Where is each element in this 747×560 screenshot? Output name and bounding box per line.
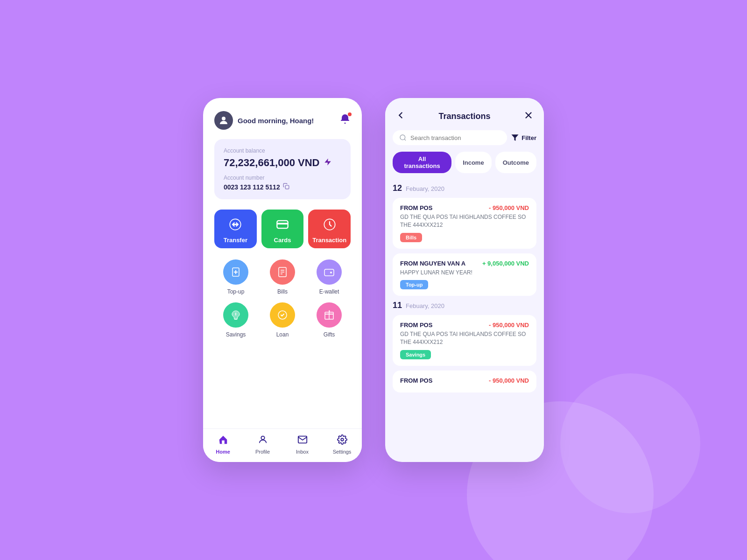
tx-desc: GD THE QUA POS TAI HIGHLANDS COFFEE SO T… — [400, 330, 529, 346]
services-grid: Top-up Bills E-wallet — [214, 259, 351, 338]
search-bar: Filter — [393, 130, 536, 145]
nav-settings[interactable]: Settings — [322, 434, 362, 455]
transaction-label: Transaction — [312, 237, 346, 244]
transfer-button[interactable]: Transfer — [214, 210, 257, 248]
service-loan[interactable]: Loan — [261, 302, 304, 338]
tx-from: FROM POS — [400, 377, 432, 384]
cards-label: Cards — [274, 237, 291, 244]
tx-title: Transactions — [438, 112, 490, 121]
service-gifts[interactable]: Gifts — [308, 302, 351, 338]
transaction-button[interactable]: Transaction — [308, 210, 351, 248]
tab-all[interactable]: All transactions — [393, 152, 451, 173]
service-topup[interactable]: Top-up — [214, 259, 257, 295]
copy-icon[interactable] — [283, 183, 289, 191]
svg-rect-14 — [324, 269, 334, 276]
svg-point-22 — [261, 436, 264, 440]
transaction-item[interactable]: FROM POS - 950,000 VND GD THE QUA POS TA… — [393, 315, 536, 366]
transaction-icon — [321, 216, 338, 233]
bell-icon — [339, 115, 351, 127]
tx-tag: Bills — [400, 233, 422, 242]
filter-label: Filter — [521, 134, 536, 141]
ewallet-icon — [317, 259, 342, 285]
tx-month: Febuary, 2020 — [406, 302, 444, 309]
tx-amount: - 950,000 VND — [489, 322, 529, 329]
transaction-item[interactable]: FROM NGUYEN VAN A + 9,050,000 VND HAPPY … — [393, 253, 536, 296]
profile-icon — [258, 434, 268, 447]
tx-from: FROM POS — [400, 322, 432, 329]
balance-amount: 72,232,661,000 VND — [224, 157, 341, 169]
nav-inbox-label: Inbox — [296, 449, 309, 455]
cards-icon — [274, 216, 291, 233]
tx-desc: GD THE QUA POS TAI HIGHLANDS COFFEE SO T… — [400, 213, 529, 229]
search-input[interactable] — [410, 134, 500, 141]
svg-marker-1 — [324, 158, 331, 165]
transaction-item-partial[interactable]: FROM POS - 950,000 VND — [393, 371, 536, 392]
tab-income[interactable]: Income — [455, 152, 492, 173]
greeting-text: Good morning, Hoang! — [238, 117, 314, 125]
search-input-wrap[interactable] — [393, 130, 507, 145]
settings-icon — [337, 434, 347, 447]
transaction-item[interactable]: FROM POS - 950,000 VND GD THE QUA POS TA… — [393, 198, 536, 249]
filter-icon — [511, 133, 519, 142]
action-buttons: Transfer Cards Transaction — [214, 210, 351, 248]
balance-label: Account balance — [224, 147, 341, 154]
topup-label: Top-up — [227, 288, 245, 295]
service-savings[interactable]: Savings — [214, 302, 257, 338]
service-ewallet[interactable]: E-wallet — [308, 259, 351, 295]
screens-container: Good morning, Hoang! Account balance 72,… — [203, 98, 544, 462]
account-number: 0023 123 112 5112 — [224, 183, 341, 191]
phone-left: Good morning, Hoang! Account balance 72,… — [203, 98, 362, 462]
date-header-11: 11 Febuary, 2020 — [393, 301, 536, 310]
notification-bell[interactable] — [339, 113, 351, 127]
filter-tabs: All transactions Income Outcome — [385, 152, 544, 181]
search-icon — [399, 134, 407, 141]
svg-point-26 — [400, 135, 405, 140]
tx-tag: Top-up — [400, 280, 428, 289]
tx-day: 11 — [393, 301, 402, 310]
notification-dot — [348, 112, 352, 116]
app-header: Good morning, Hoang! — [214, 111, 351, 130]
svg-point-23 — [341, 438, 344, 441]
nav-home-label: Home — [216, 449, 230, 455]
home-icon — [218, 434, 228, 447]
tx-amount: - 950,000 VND — [489, 204, 529, 211]
tx-day: 12 — [393, 183, 402, 193]
svg-point-15 — [330, 272, 332, 273]
svg-marker-28 — [512, 134, 519, 141]
savings-icon — [223, 302, 248, 328]
gifts-label: Gifts — [324, 331, 335, 338]
savings-label: Savings — [226, 331, 246, 338]
avatar — [214, 111, 233, 130]
cards-button[interactable]: Cards — [261, 210, 304, 248]
bottom-nav: Home Profile Inbox Settings — [203, 428, 362, 462]
ewallet-label: E-wallet — [319, 288, 339, 295]
flash-icon — [324, 158, 332, 168]
tx-from: FROM POS — [400, 204, 432, 211]
nav-inbox[interactable]: Inbox — [282, 434, 322, 455]
topup-icon — [223, 259, 248, 285]
tx-list: 12 Febuary, 2020 FROM POS - 950,000 VND … — [385, 181, 544, 462]
nav-settings-label: Settings — [333, 449, 352, 455]
account-label: Account number — [224, 175, 341, 181]
nav-home[interactable]: Home — [203, 434, 243, 455]
tx-desc: HAPPY LUNAR NEW YEAR! — [400, 269, 529, 277]
filter-button[interactable]: Filter — [511, 133, 536, 142]
inbox-icon — [297, 434, 308, 447]
phone-right: Transactions Filter All transactions Inc… — [385, 98, 544, 462]
transfer-icon — [227, 216, 244, 233]
bills-icon — [270, 259, 295, 285]
tx-header: Transactions — [385, 98, 544, 130]
service-bills[interactable]: Bills — [261, 259, 304, 295]
transfer-label: Transfer — [224, 237, 247, 244]
date-header-12: 12 Febuary, 2020 — [393, 183, 536, 193]
gifts-icon — [317, 302, 342, 328]
back-button[interactable] — [395, 110, 406, 123]
tx-from: FROM NGUYEN VAN A — [400, 260, 465, 267]
close-button[interactable] — [523, 110, 534, 123]
nav-profile-label: Profile — [255, 449, 270, 455]
nav-profile[interactable]: Profile — [243, 434, 282, 455]
loan-icon — [270, 302, 295, 328]
tab-outcome[interactable]: Outcome — [495, 152, 536, 173]
svg-rect-5 — [277, 223, 288, 225]
balance-card: Account balance 72,232,661,000 VND Accou… — [214, 139, 351, 199]
